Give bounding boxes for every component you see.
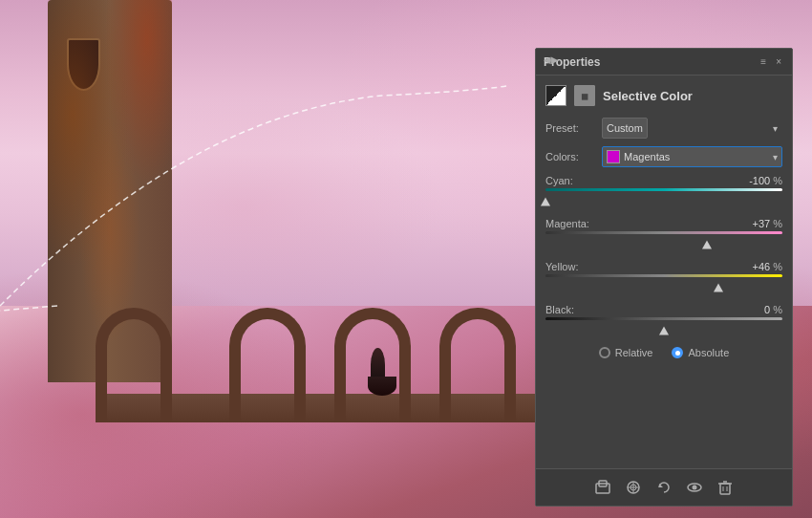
colors-select-wrapper: Magentas [602, 146, 782, 167]
cyan-thumb-container [545, 195, 782, 208]
layer-title: Selective Color [603, 89, 693, 103]
colors-label: Colors: [545, 151, 598, 162]
black-value: 0 [737, 304, 770, 315]
reset-button[interactable] [653, 477, 674, 498]
color-swatch [607, 150, 620, 163]
yellow-thumb[interactable] [714, 284, 723, 292]
magenta-value: +37 [737, 218, 770, 229]
preset-label: Preset: [545, 122, 598, 134]
yellow-slider-row: Yellow: +46 % [545, 261, 782, 294]
black-slider-top: Black: 0 % [545, 304, 782, 315]
panel-controls: ≡ × [758, 55, 784, 68]
absolute-radio[interactable] [672, 347, 683, 358]
magenta-track [545, 231, 782, 234]
black-track [545, 317, 782, 320]
panel-titlebar: ◀▶ Properties ≡ × [536, 49, 792, 76]
arch-1 [229, 308, 306, 422]
magenta-slider-top: Magenta: +37 % [545, 218, 782, 229]
panel-resize-button[interactable]: ◀▶ [544, 54, 559, 65]
panel-body: ◼ Selective Color Preset: Custom Colors:… [536, 76, 792, 468]
yellow-value-group: +46 % [737, 261, 782, 272]
magenta-value-group: +37 % [737, 218, 782, 229]
colors-select[interactable]: Magentas [602, 146, 782, 167]
cyan-slider-row: Cyan: -100 % [545, 175, 782, 208]
black-thumb[interactable] [659, 327, 669, 335]
cyan-value: -100 [737, 175, 770, 186]
relative-radio[interactable] [599, 347, 610, 358]
arch-5 [96, 308, 172, 422]
magenta-unit: % [773, 218, 782, 229]
cyan-track [545, 188, 782, 191]
radio-row: Relative Absolute [545, 347, 782, 358]
figure-cloak [368, 377, 396, 396]
preset-select[interactable]: Custom [602, 118, 648, 139]
yellow-slider-top: Yellow: +46 % [545, 261, 782, 272]
svg-rect-0 [596, 484, 609, 493]
yellow-thumb-container [545, 281, 782, 294]
view-previous-button[interactable] [623, 477, 644, 498]
layer-mask-icon [545, 85, 566, 106]
black-unit: % [773, 304, 782, 315]
toggle-visibility-button[interactable] [684, 477, 705, 498]
yellow-unit: % [773, 261, 782, 272]
yellow-label: Yellow: [545, 261, 598, 272]
preset-row: Preset: Custom [545, 118, 782, 139]
arch-3 [439, 308, 516, 422]
relative-radio-item[interactable]: Relative [599, 347, 653, 358]
panel-toolbar [536, 468, 792, 506]
cyan-thumb[interactable] [541, 198, 550, 206]
black-label: Black: [545, 304, 598, 315]
properties-panel: ◀▶ Properties ≡ × ◼ Selective Color Pres… [535, 48, 793, 507]
black-slider-row: Black: 0 % [545, 304, 782, 337]
layer-visibility-icon[interactable]: ◼ [574, 85, 595, 106]
layer-header: ◼ Selective Color [545, 85, 782, 106]
clip-to-layer-button[interactable] [592, 477, 613, 498]
cyan-label: Cyan: [545, 175, 598, 186]
black-value-group: 0 % [737, 304, 782, 315]
magenta-slider-row: Magenta: +37 % [545, 218, 782, 251]
yellow-value: +46 [737, 261, 770, 272]
preset-select-wrapper: Custom [602, 118, 782, 139]
delete-button[interactable] [715, 477, 736, 498]
absolute-label: Absolute [688, 347, 729, 358]
cyan-unit: % [773, 175, 782, 186]
black-thumb-container [545, 324, 782, 337]
absolute-radio-item[interactable]: Absolute [672, 347, 729, 358]
figure [368, 348, 387, 396]
magenta-thumb-container [545, 238, 782, 251]
panel-menu-button[interactable]: ≡ [758, 55, 769, 68]
svg-rect-9 [720, 484, 730, 494]
yellow-track [545, 274, 782, 277]
colors-row: Colors: Magentas [545, 146, 782, 167]
magenta-thumb[interactable] [702, 241, 712, 249]
panel-close-button[interactable]: × [773, 55, 784, 68]
relative-label: Relative [615, 347, 653, 358]
svg-point-8 [693, 486, 697, 490]
magenta-label: Magenta: [545, 218, 598, 229]
cyan-slider-top: Cyan: -100 % [545, 175, 782, 186]
cyan-value-group: -100 % [737, 175, 782, 186]
